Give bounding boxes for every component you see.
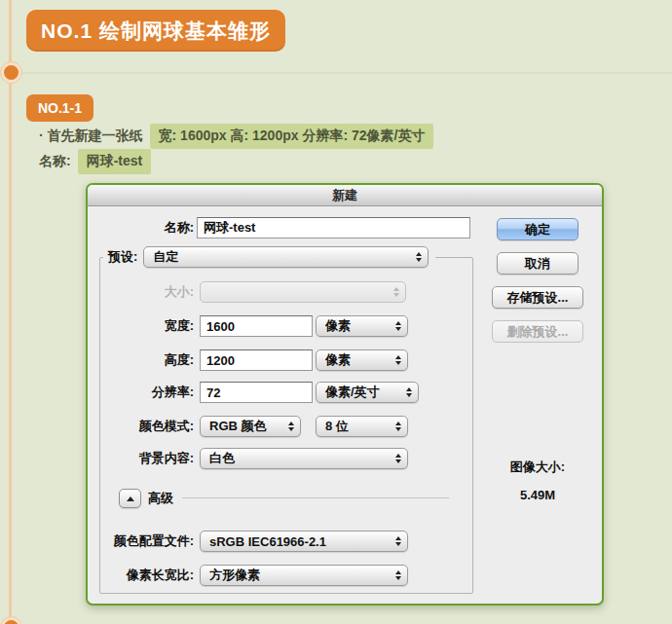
timeline-vertical-line	[9, 0, 12, 624]
color-profile-dropdown[interactable]: sRGB IEC61966-2.1	[200, 531, 408, 552]
bit-depth-value: 8 位	[325, 418, 390, 435]
preset-row: 预设: 自定	[103, 246, 435, 268]
stepper-arrows-icon	[395, 570, 401, 580]
size-label: 大小:	[88, 281, 194, 303]
stepper-arrows-icon	[395, 355, 401, 365]
height-unit-dropdown[interactable]: 像素	[316, 349, 408, 371]
pixel-aspect-dropdown[interactable]: 方形像素	[200, 565, 408, 586]
note-line-1-prefix: · 首先新建一张纸	[39, 128, 143, 145]
dialog-title: 新建	[332, 187, 357, 204]
color-profile-label: 颜色配置文件:	[88, 531, 194, 552]
width-label: 宽度:	[88, 315, 194, 337]
stepper-arrows-icon	[416, 252, 422, 262]
name-label: 名称:	[88, 217, 194, 239]
note-line-1: · 首先新建一张纸 宽: 1600px 高: 1200px 分辨率: 72像素/…	[39, 124, 433, 149]
stepper-arrows-icon	[406, 387, 412, 397]
stepper-arrows-icon	[395, 422, 401, 431]
stepper-arrows-icon	[393, 287, 399, 297]
delete-preset-button: 删除预设...	[492, 320, 583, 343]
note-line-2-label: 名称:	[39, 153, 71, 170]
preset-dropdown[interactable]: 自定	[143, 246, 429, 268]
height-input[interactable]	[200, 349, 313, 371]
save-preset-button[interactable]: 存储预设...	[492, 286, 583, 309]
stepper-arrows-icon	[395, 536, 401, 546]
color-mode-label: 颜色模式:	[88, 416, 194, 437]
image-size-label: 图像大小:	[477, 459, 598, 476]
color-profile-value: sRGB IEC61966-2.1	[209, 534, 390, 549]
color-mode-value: RGB 颜色	[209, 418, 282, 435]
stepper-arrows-icon	[395, 454, 401, 463]
stepper-arrows-icon	[288, 422, 294, 431]
advanced-label: 高级	[148, 489, 173, 508]
pixel-aspect-label: 像素长宽比:	[88, 565, 194, 586]
color-mode-dropdown[interactable]: RGB 颜色	[200, 416, 301, 437]
width-input[interactable]	[200, 315, 313, 337]
bit-depth-dropdown[interactable]: 8 位	[316, 416, 408, 437]
advanced-divider	[182, 497, 449, 498]
ok-button[interactable]: 确定	[497, 218, 579, 240]
preset-label: 预设:	[108, 248, 137, 266]
note-line-1-highlight: 宽: 1600px 高: 1200px 分辨率: 72像素/英寸	[150, 124, 434, 149]
size-dropdown	[200, 281, 406, 303]
background-contents-dropdown[interactable]: 白色	[200, 448, 408, 469]
note-line-2: 名称: 网球-test	[39, 149, 151, 174]
width-unit-dropdown[interactable]: 像素	[316, 315, 408, 337]
resolution-input[interactable]	[200, 382, 313, 403]
name-input[interactable]	[197, 217, 470, 239]
timeline-node-top-dot	[4, 65, 19, 80]
step-badge: NO.1-1	[26, 94, 93, 122]
stepper-arrows-icon	[395, 321, 401, 331]
timeline-horizontal-line	[20, 72, 672, 74]
page-background: NO.1 绘制网球基本雏形 NO.1-1 · 首先新建一张纸 宽: 1600px…	[0, 0, 672, 624]
section-title-badge: NO.1 绘制网球基本雏形	[26, 10, 285, 52]
pixel-aspect-value: 方形像素	[209, 567, 390, 584]
height-unit-value: 像素	[325, 351, 390, 369]
cancel-button[interactable]: 取消	[497, 252, 579, 275]
dialog-titlebar[interactable]: 新建	[88, 185, 602, 206]
background-contents-value: 白色	[209, 450, 390, 467]
resolution-unit-value: 像素/英寸	[325, 384, 400, 401]
background-contents-label: 背景内容:	[88, 448, 194, 469]
height-label: 高度:	[88, 349, 194, 371]
preset-dropdown-value: 自定	[153, 248, 410, 266]
new-document-dialog: 新建 名称: 确定 取消 存储预设... 删除预设... 预设: 自定 大小: …	[86, 183, 604, 606]
note-line-2-highlight: 网球-test	[78, 149, 152, 174]
resolution-label: 分辨率:	[88, 382, 194, 403]
collapse-triangle-icon	[127, 496, 134, 501]
image-size-value: 5.49M	[477, 488, 598, 502]
resolution-unit-dropdown[interactable]: 像素/英寸	[316, 382, 419, 403]
width-unit-value: 像素	[325, 317, 390, 335]
advanced-disclosure-button[interactable]	[119, 489, 141, 508]
